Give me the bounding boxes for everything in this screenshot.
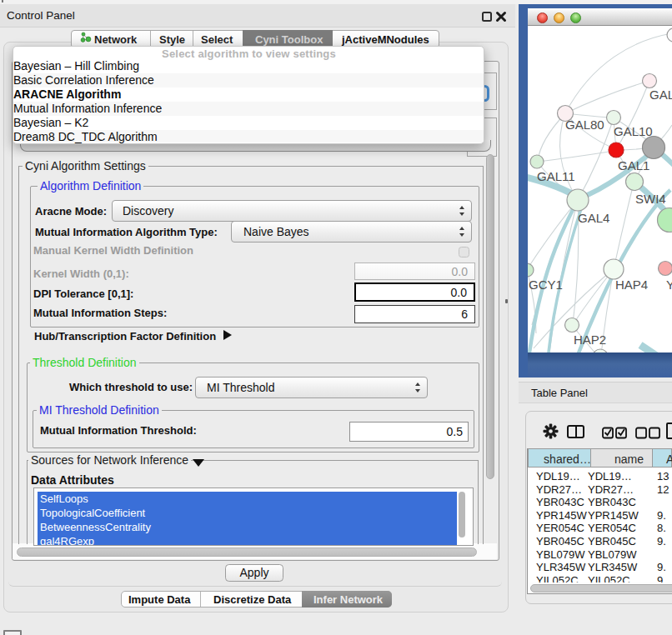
svg-text:GAL7: GAL7 bbox=[649, 88, 672, 102]
svg-text:GAL1: GAL1 bbox=[618, 158, 649, 172]
svg-text:GAL80: GAL80 bbox=[565, 118, 604, 132]
svg-text:Y: Y bbox=[666, 278, 672, 292]
svg-text:GAL10: GAL10 bbox=[614, 124, 653, 138]
svg-text:HAP4: HAP4 bbox=[615, 278, 648, 292]
svg-text:SWI4: SWI4 bbox=[635, 192, 666, 206]
svg-text:GCY1: GCY1 bbox=[529, 278, 563, 292]
svg-text:GAL4: GAL4 bbox=[578, 211, 609, 225]
svg-text:HAP2: HAP2 bbox=[574, 332, 606, 347]
svg-text:GAL11: GAL11 bbox=[537, 169, 575, 183]
